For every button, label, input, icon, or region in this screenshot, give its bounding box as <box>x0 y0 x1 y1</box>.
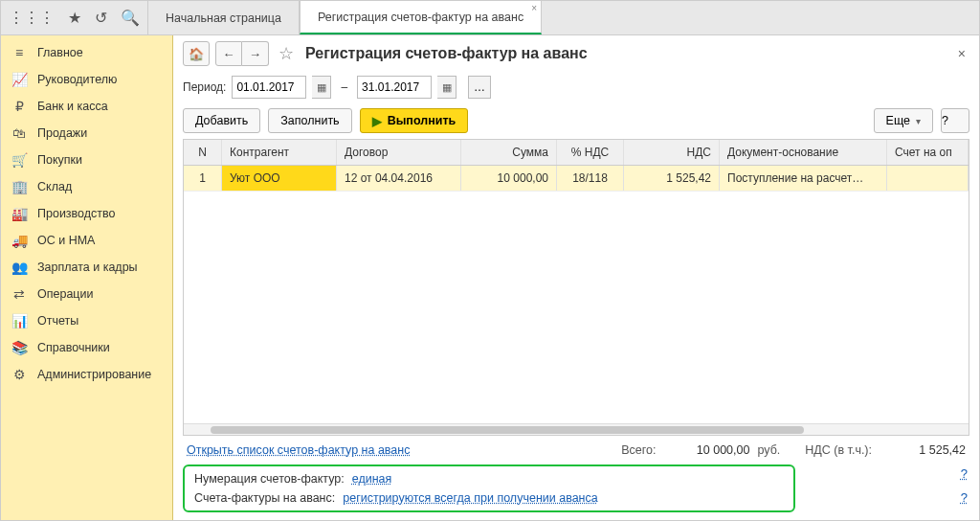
execute-button[interactable]: ▶Выполнить <box>360 108 469 133</box>
advance-link[interactable]: регистрируются всегда при получении аван… <box>343 491 598 505</box>
tab-label: Начальная страница <box>166 11 281 25</box>
sidebar: ≡Главное 📈Руководителю ₽Банк и касса 🛍Пр… <box>1 35 173 520</box>
th-sum[interactable]: Сумма <box>461 140 557 165</box>
vat-label: НДС (в т.ч.): <box>805 443 872 457</box>
sidebar-item-operations[interactable]: ⇄Операции <box>1 281 172 307</box>
bag-icon: 🛍 <box>11 125 28 141</box>
books-icon: 📚 <box>11 340 28 355</box>
sidebar-label: Производство <box>37 207 116 220</box>
cell-vatpct: 18/118 <box>557 166 624 191</box>
sidebar-label: Зарплата и кадры <box>37 260 138 274</box>
sidebar-label: Банк и касса <box>37 100 108 113</box>
menu-icon: ≡ <box>11 45 28 60</box>
sidebar-label: Руководителю <box>37 73 117 86</box>
people-icon: 👥 <box>11 260 28 275</box>
calendar-icon[interactable]: ▦ <box>312 76 331 99</box>
sidebar-label: Склад <box>37 180 72 193</box>
sidebar-item-purchases[interactable]: 🛒Покупки <box>1 147 172 173</box>
sidebar-item-manager[interactable]: 📈Руководителю <box>1 66 172 93</box>
page-title: Регистрация счетов-фактур на аванс <box>305 45 588 62</box>
help-button[interactable]: ? <box>941 108 969 133</box>
favorite-icon[interactable]: ★ <box>68 9 81 27</box>
cell-sum: 10 000,00 <box>461 166 557 191</box>
home-button[interactable]: 🏠 <box>183 41 210 66</box>
close-page-button[interactable]: × <box>954 46 969 61</box>
table-row[interactable]: 1 Уют ООО 12 от 04.04.2016 10 000,00 18/… <box>184 166 969 192</box>
sidebar-item-reports[interactable]: 📊Отчеты <box>1 307 172 334</box>
add-button[interactable]: Добавить <box>183 108 260 133</box>
gear-icon: ⚙ <box>11 367 28 382</box>
cell-acct <box>887 166 969 191</box>
cell-vat: 1 525,42 <box>624 166 720 191</box>
calendar-icon[interactable]: ▦ <box>437 76 457 99</box>
horizontal-scrollbar[interactable] <box>184 423 969 435</box>
total-label: Всего: <box>621 443 656 457</box>
tab-label: Регистрация счетов-фактур на аванс <box>318 11 523 24</box>
th-contract[interactable]: Договор <box>337 140 461 165</box>
close-icon[interactable]: × <box>531 3 537 13</box>
th-vat[interactable]: НДС <box>624 140 720 165</box>
cell-contract: 12 от 04.04.2016 <box>337 166 461 191</box>
sidebar-label: ОС и НМА <box>37 234 95 247</box>
dash: – <box>337 80 351 94</box>
sidebar-item-production[interactable]: 🏭Производство <box>1 200 172 227</box>
btn-label: Добавить <box>195 114 248 127</box>
sidebar-label: Справочники <box>37 341 110 354</box>
more-button[interactable]: Еще <box>874 108 933 133</box>
numbering-label: Нумерация счетов-фактур: <box>194 472 345 486</box>
tab-registration[interactable]: Регистрация счетов-фактур на аванс × <box>300 1 542 34</box>
advance-label: Счета-фактуры на аванс: <box>194 491 335 505</box>
sidebar-label: Отчеты <box>37 314 78 328</box>
cart-icon: 🛒 <box>11 152 28 168</box>
ruble-icon: ₽ <box>11 99 28 114</box>
th-vatpct[interactable]: % НДС <box>557 140 624 165</box>
btn-label: Заполнить <box>280 114 339 127</box>
date-from-input[interactable] <box>232 76 306 99</box>
vat-sum: 1 525,42 <box>880 443 966 457</box>
total-sum: 10 000,00 <box>663 443 749 457</box>
th-agent[interactable]: Контрагент <box>222 140 337 165</box>
data-table: N Контрагент Договор Сумма % НДС НДС Док… <box>183 139 969 436</box>
th-n[interactable]: N <box>184 140 222 165</box>
currency-label: руб. <box>757 443 780 457</box>
sidebar-label: Главное <box>37 46 83 59</box>
swap-icon: ⇄ <box>11 286 28 302</box>
sidebar-item-references[interactable]: 📚Справочники <box>1 334 172 361</box>
sidebar-label: Покупки <box>37 153 82 167</box>
help-link[interactable]: ? <box>961 466 968 481</box>
th-acct[interactable]: Счет на оп <box>887 140 969 165</box>
bars-icon: 📊 <box>11 313 28 328</box>
help-icon: ? <box>942 114 948 127</box>
sidebar-item-admin[interactable]: ⚙Администрирование <box>1 361 172 388</box>
sidebar-item-salary[interactable]: 👥Зарплата и кадры <box>1 254 172 281</box>
sidebar-item-assets[interactable]: 🚚ОС и НМА <box>1 227 172 254</box>
numbering-link[interactable]: единая <box>352 472 392 486</box>
sidebar-item-warehouse[interactable]: 🏢Склад <box>1 173 172 200</box>
period-select-button[interactable]: … <box>468 76 491 99</box>
sidebar-label: Продажи <box>37 126 87 140</box>
table-header: N Контрагент Договор Сумма % НДС НДС Док… <box>184 140 969 166</box>
history-icon[interactable]: ↺ <box>95 9 107 27</box>
sidebar-item-main[interactable]: ≡Главное <box>1 39 172 66</box>
help-link[interactable]: ? <box>961 490 968 505</box>
tab-home[interactable]: Начальная страница <box>147 1 300 34</box>
search-icon[interactable]: 🔍 <box>121 9 140 27</box>
factory-icon: 🏭 <box>11 206 28 221</box>
date-to-input[interactable] <box>357 76 432 99</box>
cell-doc: Поступление на расчет… <box>720 166 887 191</box>
period-label: Период: <box>183 80 226 94</box>
th-doc[interactable]: Документ-основание <box>720 140 887 165</box>
forward-button[interactable]: → <box>242 41 269 66</box>
sidebar-item-sales[interactable]: 🛍Продажи <box>1 120 172 147</box>
btn-label: Еще <box>886 114 910 127</box>
sidebar-item-bank[interactable]: ₽Банк и касса <box>1 93 172 120</box>
apps-icon[interactable]: ⋮⋮⋮ <box>9 9 55 27</box>
fill-button[interactable]: Заполнить <box>268 108 351 133</box>
play-icon: ▶ <box>372 114 382 128</box>
open-list-link[interactable]: Открыть список счетов-фактур на аванс <box>187 443 410 457</box>
cell-agent: Уют ООО <box>222 166 337 191</box>
btn-label: Выполнить <box>388 114 457 127</box>
star-icon[interactable]: ☆ <box>278 43 294 64</box>
sidebar-label: Администрирование <box>37 368 151 381</box>
back-button[interactable]: ← <box>215 41 242 66</box>
